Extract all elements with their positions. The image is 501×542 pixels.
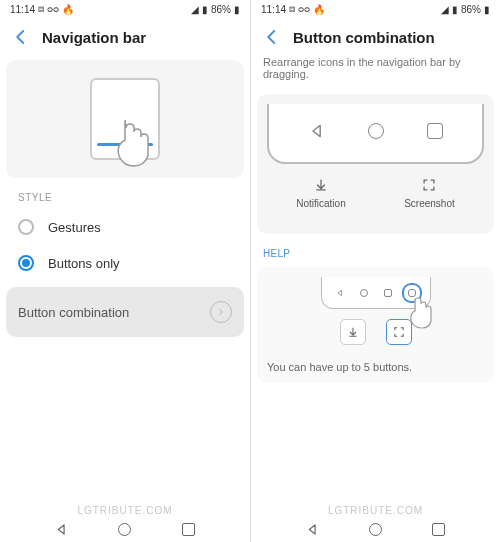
flame-icon: 🔥 — [62, 4, 74, 15]
flame-icon: 🔥 — [313, 4, 325, 15]
style-section-label: STYLE — [6, 182, 244, 209]
battery-icon: ▮ — [234, 4, 240, 15]
drag-area: Notification Screenshot — [257, 94, 494, 234]
screen-button-combination: 11:14 ⧈ ᴑᴑ 🔥 ◢ ▮ 86% ▮ Button combinatio… — [250, 0, 500, 542]
gesture-preview — [6, 60, 244, 178]
system-nav — [0, 516, 250, 542]
demo-slot-notification — [340, 319, 366, 345]
system-nav — [251, 516, 500, 542]
finger-icon — [403, 295, 433, 331]
header: Button combination — [251, 18, 500, 56]
extra-buttons: Notification Screenshot — [267, 178, 484, 209]
battery-pct: 86% — [211, 4, 231, 15]
option-gestures[interactable]: Gestures — [6, 209, 244, 245]
back-icon[interactable] — [263, 28, 281, 46]
radio-buttons-only[interactable] — [18, 255, 34, 271]
wifi-icon: ◢ — [191, 4, 199, 15]
wifi-icon: ◢ — [441, 4, 449, 15]
radio-gestures-label: Gestures — [48, 220, 101, 235]
sys-recent-icon[interactable] — [432, 523, 445, 536]
radio-gestures[interactable] — [18, 219, 34, 235]
vm-icon: ᴑᴑ — [298, 4, 310, 14]
nav-back-icon[interactable] — [309, 123, 325, 139]
status-bar: 11:14 ⧈ ᴑᴑ 🔥 ◢ ▮ 86% ▮ — [0, 0, 250, 18]
mini-recent-icon — [384, 289, 392, 297]
screen-navigation-bar: 11:14 ⧈ ᴑᴑ 🔥 ◢ ▮ 86% ▮ Navigation bar ST — [0, 0, 250, 542]
hand-icon — [105, 110, 155, 170]
notification-label: Notification — [296, 198, 345, 209]
sys-back-icon[interactable] — [306, 523, 319, 536]
extra-screenshot[interactable]: Screenshot — [404, 178, 455, 209]
sys-back-icon[interactable] — [55, 523, 68, 536]
page-title: Button combination — [293, 29, 435, 46]
status-time: 11:14 — [10, 4, 35, 15]
mini-home-icon — [360, 289, 368, 297]
status-time: 11:14 — [261, 4, 286, 15]
chevron-right-icon — [210, 301, 232, 323]
sys-home-icon[interactable] — [118, 523, 131, 536]
button-combination-row[interactable]: Button combination — [6, 287, 244, 337]
watermark: LGTRIBUTE.COM — [251, 505, 500, 516]
option-buttons-only[interactable]: Buttons only — [6, 245, 244, 281]
header: Navigation bar — [0, 18, 250, 56]
nav-recent-icon[interactable] — [427, 123, 443, 139]
help-link[interactable]: HELP — [251, 238, 500, 263]
battery-pct: 86% — [461, 4, 481, 15]
sys-recent-icon[interactable] — [182, 523, 195, 536]
page-title: Navigation bar — [42, 29, 146, 46]
nav-preview[interactable] — [267, 104, 484, 164]
battery-icon: ▮ — [484, 4, 490, 15]
screenshot-icon — [422, 178, 436, 192]
radio-buttons-only-label: Buttons only — [48, 256, 120, 271]
notification-icon — [314, 178, 328, 192]
extra-notification[interactable]: Notification — [296, 178, 345, 209]
help-card: You can have up to 5 buttons. — [257, 267, 494, 383]
mini-back-icon — [336, 289, 344, 297]
button-combination-label: Button combination — [18, 305, 129, 320]
signal-icon: ▮ — [452, 4, 458, 15]
nav-home-icon[interactable] — [368, 123, 384, 139]
vm-icon: ᴑᴑ — [47, 4, 59, 14]
subtitle: Rearrange icons in the navigation bar by… — [251, 56, 500, 90]
screenshot-label: Screenshot — [404, 198, 455, 209]
sys-home-icon[interactable] — [369, 523, 382, 536]
voicemail-icon: ⧈ — [38, 3, 44, 15]
status-bar: 11:14 ⧈ ᴑᴑ 🔥 ◢ ▮ 86% ▮ — [251, 0, 500, 18]
voicemail-icon: ⧈ — [289, 3, 295, 15]
back-icon[interactable] — [12, 28, 30, 46]
signal-icon: ▮ — [202, 4, 208, 15]
help-text: You can have up to 5 buttons. — [267, 361, 412, 373]
watermark: LGTRIBUTE.COM — [0, 505, 250, 516]
